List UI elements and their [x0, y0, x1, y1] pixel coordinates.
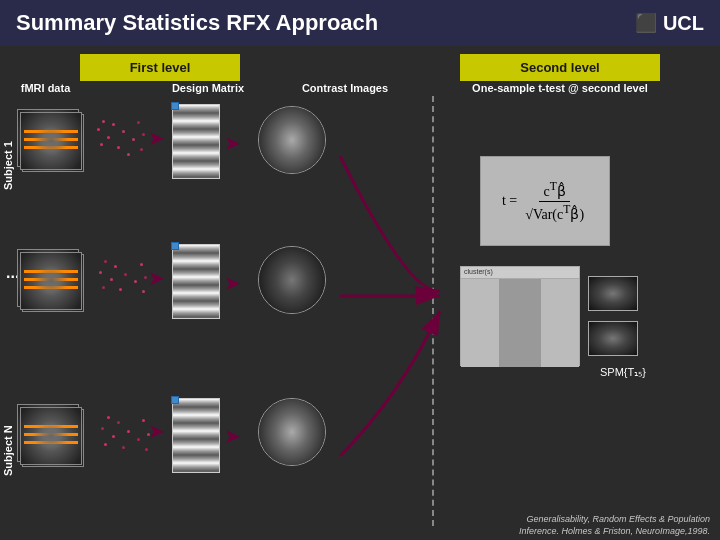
- design-matrix-inner: [173, 105, 219, 178]
- result-img-2: [588, 321, 638, 356]
- contrast-brain-3: [258, 398, 326, 466]
- brain-stack-3: [14, 401, 89, 471]
- design-matrix-2: [172, 244, 220, 319]
- result-img-1-inner: [589, 277, 637, 310]
- formula-fraction: cTβ̂ √Var(cTβ̂): [521, 179, 588, 223]
- design-matrix-inner-2: [173, 245, 219, 318]
- scatter-dots-2: [92, 258, 147, 298]
- scatter-dots-1: [92, 118, 147, 158]
- page-header: Summary Statistics RFX Approach ⬛ UCL: [0, 0, 720, 46]
- brain-img-3c: [20, 407, 82, 465]
- col-header-contrast: Contrast Images: [300, 82, 390, 94]
- arrow-2-design-contrast: ➤: [224, 271, 241, 295]
- spm-col2: [500, 279, 539, 367]
- ucl-text: UCL: [663, 12, 704, 35]
- arrow-1-fmri-design: ➤: [148, 126, 165, 150]
- brain-stack-1: [14, 106, 89, 176]
- result-img-1: [588, 276, 638, 311]
- arrow-3-design-contrast: ➤: [224, 424, 241, 448]
- indicator-3: [171, 396, 179, 404]
- design-matrix-3: [172, 398, 220, 473]
- col-header-onesample: One-sample t-test @ second level: [440, 82, 680, 94]
- spm-table-body: [461, 279, 579, 367]
- dashed-separator: [432, 96, 434, 526]
- brain-img-2c: [20, 252, 82, 310]
- arrow-3-fmri-design: ➤: [148, 419, 165, 443]
- first-level-box: First level: [80, 54, 240, 81]
- design-matrix-1: [172, 104, 220, 179]
- col-header-design: Design Matrix: [168, 82, 248, 94]
- col-header-fmri: fMRI data: [8, 82, 83, 94]
- ucl-icon: ⬛: [635, 12, 657, 34]
- brain-scan: [21, 113, 81, 169]
- spm-label: SPM{T₁₅}: [600, 366, 646, 379]
- contrast-scan: [259, 107, 325, 173]
- page-title: Summary Statistics RFX Approach: [16, 10, 378, 36]
- contrast-brain-2: [258, 246, 326, 314]
- citation: Generalisability, Random Effects & Popul…: [519, 513, 710, 538]
- indicator-1: [171, 102, 179, 110]
- ucl-logo: ⬛ UCL: [635, 12, 704, 35]
- design-matrix-inner-3: [173, 399, 219, 472]
- subject1-label: Subject 1: [2, 131, 14, 201]
- spm-table-header: cluster(s): [461, 267, 579, 279]
- brain-img-1c: [20, 112, 82, 170]
- spm-result-table: cluster(s): [460, 266, 580, 366]
- formula-t: t = cTβ̂ √Var(cTβ̂): [502, 179, 588, 223]
- main-content: First level Second level fMRI data Desig…: [0, 46, 720, 540]
- formula-box: t = cTβ̂ √Var(cTβ̂): [480, 156, 610, 246]
- second-level-box: Second level: [460, 54, 660, 81]
- arrow-2-fmri-design: ➤: [148, 266, 165, 290]
- arrow-1-design-contrast: ➤: [224, 131, 241, 155]
- brain-scan: [21, 253, 81, 309]
- subjectn-label: Subject N: [2, 416, 14, 486]
- spm-col1: [461, 279, 500, 367]
- brain-stack-2: [14, 246, 89, 316]
- indicator-2: [171, 242, 179, 250]
- result-img-2-inner: [589, 322, 637, 355]
- spm-col3: [540, 279, 579, 367]
- contrast-scan-3: [259, 399, 325, 465]
- contrast-brain-1: [258, 106, 326, 174]
- contrast-scan-2: [259, 247, 325, 313]
- scatter-dots-3: [92, 413, 147, 453]
- brain-scan: [21, 408, 81, 464]
- formula-content: t = cTβ̂ √Var(cTβ̂): [502, 179, 588, 223]
